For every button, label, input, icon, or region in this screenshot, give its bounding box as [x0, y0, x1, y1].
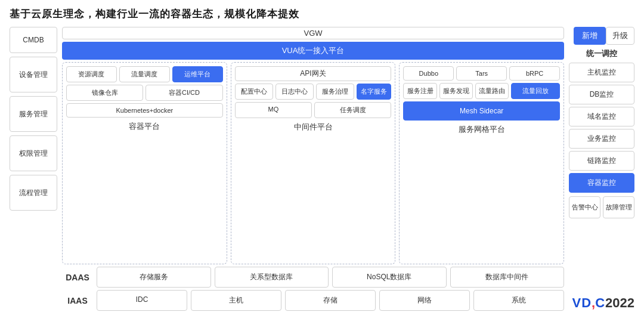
- flow-replay-cell[interactable]: 流量回放: [511, 83, 560, 99]
- container-monitor-item[interactable]: 容器监控: [569, 173, 634, 193]
- vdc-text: VD: [572, 295, 592, 310]
- host-monitor-item[interactable]: 主机监控: [569, 63, 634, 82]
- vua-bar: VUA统一接入平台: [62, 42, 564, 60]
- smp-middle-row: 服务注册 服务发现 流量路由 流量回放: [403, 83, 560, 99]
- service-mesh-platform-box: Dubbo Tars bRPC 服务注册 服务发现 流量路由 流量回放 Mesh…: [399, 62, 564, 264]
- dubbo-cell[interactable]: Dubbo: [403, 66, 454, 81]
- daas-row: DAAS 存储服务 关系型数据库 NoSQL数据库 数据库中间件: [62, 267, 564, 288]
- host-cell[interactable]: 主机: [191, 290, 281, 311]
- iaas-label: IAAS: [62, 290, 93, 311]
- log-center-cell[interactable]: 日志中心: [275, 84, 314, 100]
- cp-row3: Kubernetes+docker: [66, 103, 223, 118]
- container-platform-box: 资源调度 流量调度 运维平台 镜像仓库 容器CI/CD Kubernetes+d…: [62, 62, 227, 264]
- iaas-row: IAAS IDC 主机 存储 网络 系统: [62, 290, 564, 311]
- middleware-platform-box: API网关 配置中心 日志中心 服务治理 名字服务 MQ 任务调度 中间件平台: [231, 62, 396, 264]
- biz-monitor-item[interactable]: 业务监控: [569, 129, 634, 149]
- storage-service-cell[interactable]: 存储服务: [97, 267, 211, 288]
- vdc-c: C: [595, 295, 605, 310]
- daas-label: DAAS: [62, 267, 93, 288]
- link-monitor-item[interactable]: 链路监控: [569, 151, 634, 171]
- main-area: CMDB 设备管理 服务管理 权限管理 流程管理 VGW VUA统一接入平台 资…: [10, 27, 634, 311]
- smp-top-row: Dubbo Tars bRPC: [403, 66, 560, 81]
- vdc-year: 2022: [605, 295, 634, 310]
- brpc-cell[interactable]: bRPC: [509, 66, 560, 81]
- config-center-cell[interactable]: 配置中心: [235, 84, 273, 100]
- alert-center-item[interactable]: 告警中心: [569, 196, 600, 218]
- page-title: 基于云原生理念，构建行业一流的容器生态，规模化降本提效: [10, 7, 634, 21]
- center-area: VGW VUA统一接入平台 资源调度 流量调度 运维平台 镜像仓库 容器CI/C…: [62, 27, 564, 311]
- top-buttons-row: 新增 升级: [569, 27, 634, 45]
- sidebar-item-device[interactable]: 设备管理: [10, 57, 57, 92]
- control-title: 统一调控: [569, 48, 634, 59]
- name-service-cell[interactable]: 名字服务: [357, 84, 391, 100]
- sidebar-item-permission[interactable]: 权限管理: [10, 135, 57, 171]
- container-platform-label: 容器平台: [66, 121, 223, 132]
- nosql-db-cell[interactable]: NoSQL数据库: [332, 267, 447, 288]
- flow-routing-cell[interactable]: 流量路由: [475, 83, 509, 99]
- service-mesh-platform-label: 服务网格平台: [403, 124, 560, 135]
- db-monitor-item[interactable]: DB监控: [569, 85, 634, 104]
- resource-tune-cell[interactable]: 资源调度: [66, 66, 117, 82]
- tars-cell[interactable]: Tars: [456, 66, 507, 81]
- upgrade-button[interactable]: 升级: [606, 27, 634, 45]
- platform-row: 资源调度 流量调度 运维平台 镜像仓库 容器CI/CD Kubernetes+d…: [62, 62, 564, 264]
- domain-monitor-item[interactable]: 域名监控: [569, 107, 634, 126]
- api-gateway-title: API网关: [235, 66, 392, 81]
- service-governance-cell[interactable]: 服务治理: [316, 84, 354, 100]
- right-col: 新增 升级 统一调控 主机监控 DB监控 域名监控 业务监控 链路监控 容器监控…: [569, 27, 634, 311]
- mesh-sidecar-cell[interactable]: Mesh Sidecar: [403, 101, 560, 121]
- sidebar-item-service[interactable]: 服务管理: [10, 96, 57, 132]
- system-cell[interactable]: 系统: [473, 290, 564, 311]
- control-bottom: 告警中心 故障管理: [569, 196, 634, 218]
- fault-mgmt-item[interactable]: 故障管理: [603, 196, 634, 218]
- cp-row2: 镜像仓库 容器CI/CD: [66, 85, 223, 101]
- left-sidebar: CMDB 设备管理 服务管理 权限管理 流程管理: [10, 27, 57, 311]
- mp-grid: 配置中心 日志中心 服务治理 名字服务: [235, 84, 392, 100]
- relational-db-cell[interactable]: 关系型数据库: [215, 267, 329, 288]
- idc-cell[interactable]: IDC: [97, 290, 187, 311]
- task-schedule-cell[interactable]: 任务调度: [314, 102, 391, 118]
- add-button[interactable]: 新增: [574, 27, 606, 45]
- page: 基于云原生理念，构建行业一流的容器生态，规模化降本提效 CMDB 设备管理 服务…: [0, 0, 644, 318]
- mirror-repo-cell[interactable]: 镜像仓库: [66, 85, 143, 101]
- network-cell[interactable]: 网络: [379, 290, 470, 311]
- flow-tune-cell[interactable]: 流量调度: [119, 66, 170, 82]
- container-cicd-cell[interactable]: 容器CI/CD: [145, 85, 222, 101]
- cp-row1: 资源调度 流量调度 运维平台: [66, 66, 223, 82]
- mp-row2: MQ 任务调度: [235, 102, 392, 118]
- storage-cell[interactable]: 存储: [285, 290, 376, 311]
- service-register-cell[interactable]: 服务注册: [403, 83, 436, 99]
- service-discovery-cell[interactable]: 服务发现: [439, 83, 473, 99]
- vdc-logo: VD,C2022: [569, 291, 634, 311]
- ops-platform-cell[interactable]: 运维平台: [172, 66, 223, 82]
- sidebar-item-cmdb[interactable]: CMDB: [10, 27, 57, 53]
- vgw-box: VGW: [62, 27, 564, 39]
- db-middleware-cell[interactable]: 数据库中间件: [450, 267, 565, 288]
- sidebar-item-process[interactable]: 流程管理: [10, 175, 57, 211]
- k8s-docker-cell[interactable]: Kubernetes+docker: [66, 103, 223, 118]
- mq-cell[interactable]: MQ: [235, 102, 312, 118]
- smp-mesh-row: Mesh Sidecar: [403, 101, 560, 121]
- middleware-platform-label: 中间件平台: [235, 122, 392, 132]
